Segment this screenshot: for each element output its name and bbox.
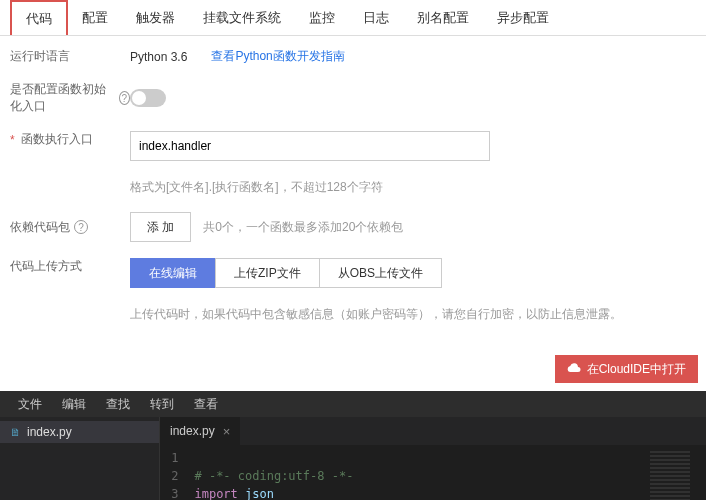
handler-hint: 格式为[文件名].[执行函数名]，不超过128个字符 [130,179,696,196]
menu-file[interactable]: 文件 [8,396,52,413]
subtab-online-edit[interactable]: 在线编辑 [130,258,216,288]
upload-hint: 上传代码时，如果代码中包含敏感信息（如账户密码等），请您自行加密，以防止信息泄露… [130,306,696,323]
subtab-upload-zip[interactable]: 上传ZIP文件 [215,258,320,288]
editor-tabs: index.py × [160,417,706,445]
init-label: 是否配置函数初始化入口 ? [10,81,130,115]
minimap[interactable] [646,445,706,500]
menu-find[interactable]: 查找 [96,396,140,413]
deps-hint: 共0个，一个函数最多添加20个依赖包 [203,219,403,236]
init-toggle[interactable] [130,89,166,107]
open-cloud-ide-button[interactable]: 在CloudIDE中打开 [555,355,698,383]
ide-file-explorer: 🗎 index.py [0,417,160,500]
menu-view[interactable]: 查看 [184,396,228,413]
tab-alias[interactable]: 别名配置 [403,0,483,35]
add-dep-button[interactable]: 添 加 [130,212,191,242]
handler-input[interactable] [130,131,490,161]
editor-tab-index[interactable]: index.py × [160,417,240,445]
code-lines: # -*- coding:utf-8 -*- import json def h… [186,445,706,500]
menu-edit[interactable]: 编辑 [52,396,96,413]
file-icon: 🗎 [10,426,21,438]
runtime-label: 运行时语言 [10,48,130,65]
cloud-icon [567,362,581,376]
subtab-upload-obs[interactable]: 从OBS上传文件 [319,258,442,288]
menu-goto[interactable]: 转到 [140,396,184,413]
tab-async[interactable]: 异步配置 [483,0,563,35]
ide-main: index.py × 123 456 789 1011 # -*- coding… [160,417,706,500]
top-tabs: 代码 配置 触发器 挂载文件系统 监控 日志 别名配置 异步配置 [0,0,706,36]
ide-editor: 文件 编辑 查找 转到 查看 🗎 index.py index.py × 123… [0,391,706,500]
tab-monitor[interactable]: 监控 [295,0,349,35]
tab-mount[interactable]: 挂载文件系统 [189,0,295,35]
help-icon[interactable]: ? [74,220,88,234]
code-area[interactable]: 123 456 789 1011 # -*- coding:utf-8 -*- … [160,445,706,500]
runtime-guide-link[interactable]: 查看Python函数开发指南 [211,48,344,65]
tab-logs[interactable]: 日志 [349,0,403,35]
tab-triggers[interactable]: 触发器 [122,0,189,35]
runtime-value: Python 3.6 [130,50,187,64]
handler-label: *函数执行入口 [10,131,130,148]
close-icon[interactable]: × [223,424,231,439]
upload-mode-tabs: 在线编辑 上传ZIP文件 从OBS上传文件 [130,258,442,288]
form-area: 运行时语言 Python 3.6 查看Python函数开发指南 是否配置函数初始… [0,36,706,355]
deps-label: 依赖代码包 ? [10,219,130,236]
line-gutter: 123 456 789 1011 [160,445,186,500]
ide-menubar: 文件 编辑 查找 转到 查看 [0,391,706,417]
help-icon[interactable]: ? [119,91,131,105]
file-item-index[interactable]: 🗎 index.py [0,421,159,443]
upload-label: 代码上传方式 [10,258,130,275]
tab-code[interactable]: 代码 [10,0,68,35]
tab-config[interactable]: 配置 [68,0,122,35]
